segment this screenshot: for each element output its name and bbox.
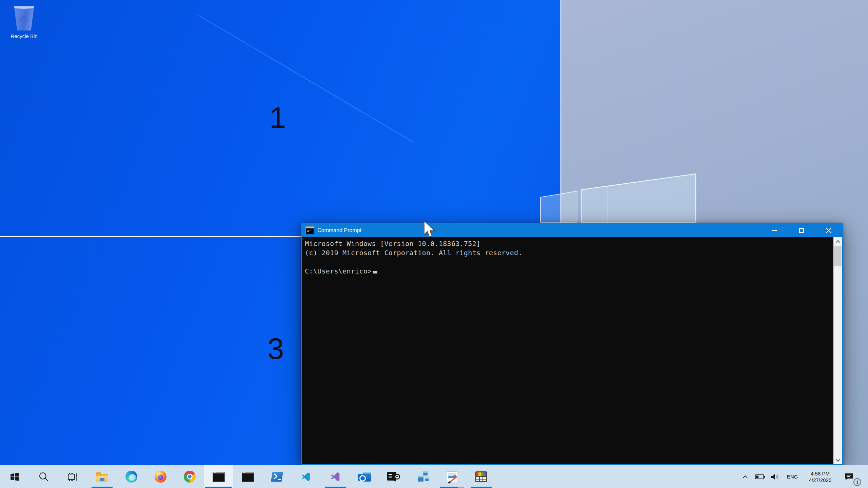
terminal-prompt[interactable]: C:\Users\enrico> bbox=[305, 267, 832, 276]
maximize-button[interactable] bbox=[788, 223, 815, 237]
task-view-button[interactable] bbox=[58, 465, 87, 488]
action-center-icon bbox=[844, 472, 854, 482]
battery-icon bbox=[755, 474, 766, 480]
powertoys-icon bbox=[475, 471, 487, 482]
notification-badge: 1 bbox=[853, 478, 861, 486]
command-prompt-icon bbox=[242, 472, 254, 482]
start-button[interactable] bbox=[0, 465, 29, 488]
maximize-icon bbox=[799, 228, 804, 233]
powershell-icon bbox=[271, 472, 283, 482]
search-button[interactable] bbox=[29, 465, 58, 488]
cmd-window-icon bbox=[305, 226, 314, 234]
outlook-icon bbox=[358, 471, 371, 483]
terminal-line: Microsoft Windows [Version 10.0.18363.75… bbox=[305, 240, 832, 249]
scroll-up-button[interactable] bbox=[833, 237, 842, 246]
tray-overflow-button[interactable] bbox=[738, 465, 753, 488]
edge-icon bbox=[125, 471, 137, 483]
taskbar: ENG 4:58 PM 4/27/2020 1 bbox=[0, 465, 868, 488]
chevron-down-icon bbox=[836, 457, 840, 462]
visual-studio-icon bbox=[330, 471, 341, 483]
command-prompt-window[interactable]: Command Prompt Microsoft Windows [Versio… bbox=[301, 223, 843, 465]
search-icon bbox=[38, 471, 49, 482]
taskbar-command-prompt-2[interactable] bbox=[233, 465, 262, 488]
terminal-output[interactable]: Microsoft Windows [Version 10.0.18363.75… bbox=[302, 237, 842, 464]
taskbar-file-explorer[interactable] bbox=[87, 465, 117, 488]
file-explorer-icon bbox=[96, 471, 108, 482]
registry-editor-icon bbox=[417, 471, 429, 483]
minimize-icon bbox=[772, 230, 777, 231]
system-tray: ENG 4:58 PM 4/27/2020 1 bbox=[738, 465, 868, 488]
recycle-bin-icon: ♲ bbox=[13, 5, 35, 30]
paint-icon bbox=[447, 471, 457, 482]
scrollbar-thumb[interactable] bbox=[834, 246, 842, 266]
command-prompt-icon bbox=[213, 472, 225, 482]
taskbar-outlook[interactable] bbox=[350, 465, 379, 488]
speaker-icon bbox=[770, 473, 780, 481]
titlebar[interactable]: Command Prompt bbox=[302, 223, 842, 237]
wallpaper-number-3: 3 bbox=[262, 331, 289, 366]
battery-button[interactable] bbox=[753, 465, 768, 488]
chevron-up-icon bbox=[836, 240, 840, 244]
language-label: ENG bbox=[787, 474, 798, 480]
taskbar-powertoys[interactable] bbox=[467, 465, 496, 488]
taskbar-registry-editor[interactable] bbox=[408, 465, 437, 488]
taskbar-chrome[interactable] bbox=[175, 465, 204, 488]
scroll-down-button[interactable] bbox=[833, 455, 842, 464]
taskbar-powershell[interactable] bbox=[262, 465, 292, 488]
chevron-up-icon bbox=[743, 475, 748, 479]
chrome-icon bbox=[184, 471, 196, 483]
terminal-caret bbox=[373, 271, 377, 273]
clock[interactable]: 4:58 PM 4/27/2020 bbox=[802, 465, 838, 488]
vscode-icon bbox=[300, 471, 312, 483]
firefox-icon bbox=[155, 471, 166, 483]
minimize-button[interactable] bbox=[761, 223, 788, 237]
mouse-cursor bbox=[423, 220, 437, 239]
recycle-bin-label: Recycle Bin bbox=[4, 33, 44, 39]
taskbar-edge[interactable] bbox=[117, 465, 146, 488]
recycle-bin[interactable]: ♲ Recycle Bin bbox=[4, 5, 44, 39]
close-button[interactable] bbox=[815, 223, 842, 237]
taskbar-log-viewer[interactable] bbox=[379, 465, 408, 488]
scrollbar[interactable] bbox=[833, 237, 842, 464]
terminal-line: (c) 2019 Microsoft Corporation. All righ… bbox=[305, 249, 832, 258]
taskbar-firefox[interactable] bbox=[146, 465, 175, 488]
date-label: 4/27/2020 bbox=[809, 477, 832, 483]
taskbar-command-prompt-active[interactable] bbox=[204, 465, 233, 488]
open-window-indicator bbox=[440, 487, 464, 488]
windows-logo-icon bbox=[9, 471, 20, 482]
action-center-button[interactable]: 1 bbox=[838, 465, 860, 488]
desktop[interactable]: 1 3 ♲ Recycle Bin Command Prompt Microso… bbox=[0, 0, 868, 488]
terminal-line bbox=[305, 258, 832, 267]
close-icon bbox=[825, 227, 832, 234]
recycle-glyph: ♲ bbox=[13, 14, 35, 25]
window-title: Command Prompt bbox=[317, 227, 361, 233]
taskbar-visual-studio[interactable] bbox=[321, 465, 350, 488]
volume-button[interactable] bbox=[768, 465, 783, 488]
log-viewer-icon bbox=[387, 471, 400, 482]
task-view-icon bbox=[67, 471, 79, 482]
taskbar-paint[interactable] bbox=[437, 465, 467, 488]
language-indicator[interactable]: ENG bbox=[783, 465, 802, 488]
wallpaper-number-1: 1 bbox=[264, 100, 291, 135]
taskbar-vscode[interactable] bbox=[292, 465, 321, 488]
time-label: 4:58 PM bbox=[809, 470, 832, 477]
